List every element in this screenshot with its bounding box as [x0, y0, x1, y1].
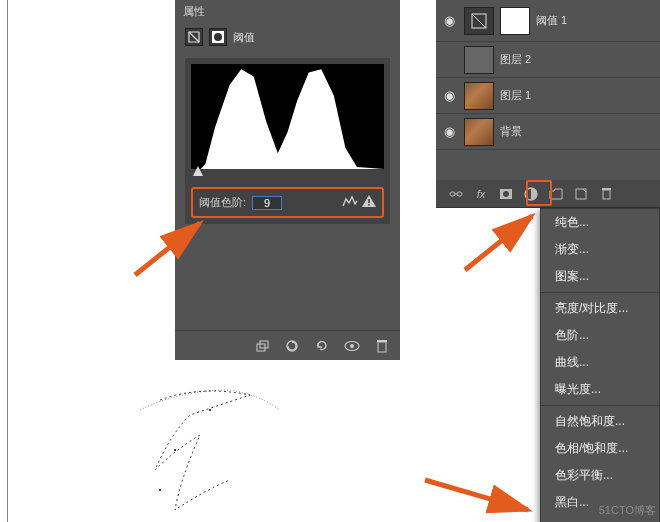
link-icon[interactable] [448, 186, 464, 202]
svg-rect-9 [378, 342, 386, 352]
menu-item[interactable]: 亮度/对比度... [541, 295, 659, 322]
layer-row[interactable]: ◉ 背景 [436, 114, 660, 150]
menu-item[interactable]: 图案... [541, 263, 659, 290]
layer-thumb[interactable] [464, 46, 494, 74]
menu-separator [541, 292, 659, 293]
threshold-label: 阈值色阶: [199, 195, 246, 210]
mask-add-icon[interactable] [498, 186, 514, 202]
svg-point-21 [174, 449, 176, 451]
adjustment-add-icon[interactable] [523, 186, 539, 202]
visibility-toggle-icon[interactable]: ◉ [440, 13, 458, 28]
layer-row[interactable]: ◉ 图层 1 [436, 78, 660, 114]
ink-sample [120, 380, 340, 520]
adjustment-name: 阈值 [233, 30, 255, 45]
svg-point-1 [214, 33, 222, 41]
visibility-toggle-icon[interactable]: ◉ [440, 88, 458, 103]
previous-icon[interactable] [284, 338, 300, 354]
layer-row[interactable]: 图层 2 [436, 42, 660, 78]
menu-separator [541, 405, 659, 406]
warning-icon [362, 195, 376, 210]
adjustment-thumb[interactable] [464, 7, 494, 35]
layer-row[interactable]: ◉ 阈值 1 [436, 0, 660, 42]
svg-rect-14 [454, 193, 458, 194]
menu-item[interactable]: 色阶... [541, 322, 659, 349]
layers-footer: fx [436, 180, 660, 208]
layer-name[interactable]: 图层 2 [500, 52, 531, 67]
histogram [191, 64, 384, 169]
mask-thumb[interactable] [500, 7, 530, 35]
menu-item[interactable]: 曲线... [541, 349, 659, 376]
menu-item[interactable]: 色相/饱和度... [541, 435, 659, 462]
trash-icon[interactable] [374, 338, 390, 354]
svg-point-16 [503, 191, 509, 197]
visibility-toggle-icon[interactable]: ◉ [440, 124, 458, 139]
layer-name[interactable]: 背景 [500, 124, 522, 139]
new-layer-icon[interactable] [573, 186, 589, 202]
layer-name[interactable]: 阈值 1 [536, 13, 567, 28]
clip-icon[interactable] [254, 338, 270, 354]
svg-rect-10 [377, 340, 387, 342]
properties-panel: 属性 阈值 阈值色阶: [175, 0, 400, 360]
svg-point-23 [159, 489, 161, 491]
visibility-icon[interactable] [344, 338, 360, 354]
menu-item[interactable]: 渐变... [541, 236, 659, 263]
trash-icon[interactable] [598, 186, 614, 202]
svg-rect-19 [603, 190, 610, 199]
svg-point-8 [350, 344, 354, 348]
properties-title: 属性 [175, 0, 400, 22]
adjustment-type-row: 阈值 [175, 22, 400, 52]
adjustment-icon [185, 28, 203, 46]
document-edge [0, 0, 8, 522]
svg-rect-20 [602, 188, 611, 190]
menu-item[interactable]: 自然饱和度... [541, 408, 659, 435]
threshold-input[interactable] [252, 196, 282, 210]
menu-item[interactable]: 色彩平衡... [541, 462, 659, 489]
menu-item[interactable]: 纯色... [541, 209, 659, 236]
threshold-body: 阈值色阶: [185, 58, 390, 224]
group-icon[interactable] [548, 186, 564, 202]
watermark: 51CTO博客 [599, 503, 656, 518]
auto-icon[interactable] [342, 195, 358, 210]
slider-handle-icon[interactable] [193, 165, 203, 179]
svg-rect-2 [368, 199, 370, 203]
layer-thumb[interactable] [464, 118, 494, 146]
reset-icon[interactable] [314, 338, 330, 354]
threshold-level-row: 阈值色阶: [191, 187, 384, 218]
menu-item[interactable]: 曝光度... [541, 376, 659, 403]
layers-panel: ◉ 阈值 1 图层 2 ◉ 图层 1 ◉ 背景 [436, 0, 660, 180]
properties-footer [175, 330, 400, 360]
mask-icon [209, 28, 227, 46]
layer-thumb[interactable] [464, 82, 494, 110]
svg-rect-3 [368, 204, 370, 206]
layer-name[interactable]: 图层 1 [500, 88, 531, 103]
svg-point-22 [209, 409, 211, 411]
adjustment-menu[interactable]: 纯色...渐变...图案...亮度/对比度...色阶...曲线...曝光度...… [540, 208, 660, 522]
fx-icon[interactable]: fx [473, 186, 489, 202]
threshold-slider[interactable] [191, 169, 384, 179]
